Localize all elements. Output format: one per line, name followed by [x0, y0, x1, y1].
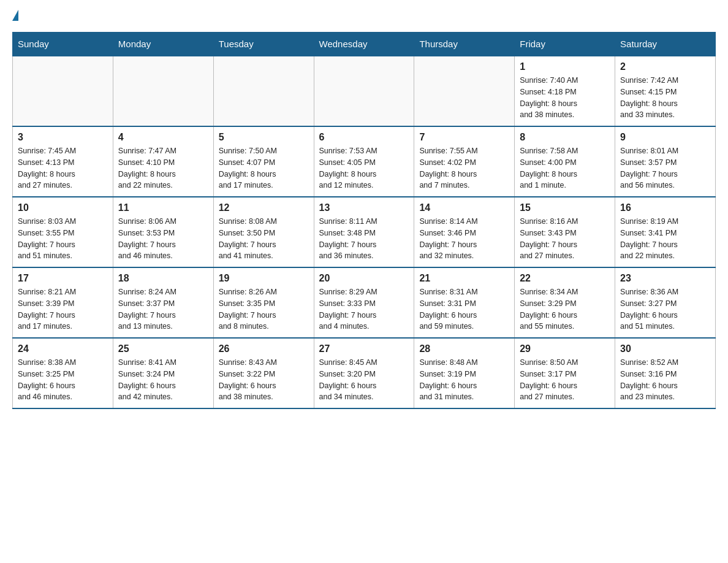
day-info: Sunrise: 7:53 AMSunset: 4:05 PMDaylight:…	[319, 145, 409, 191]
weekday-header-tuesday: Tuesday	[213, 33, 314, 56]
day-info: Sunrise: 8:19 AMSunset: 3:41 PMDaylight:…	[620, 216, 710, 262]
day-cell: 29Sunrise: 8:50 AMSunset: 3:17 PMDayligh…	[515, 338, 615, 408]
day-cell: 25Sunrise: 8:41 AMSunset: 3:24 PMDayligh…	[113, 338, 213, 408]
day-number: 1	[520, 61, 610, 72]
day-info: Sunrise: 8:21 AMSunset: 3:39 PMDaylight:…	[18, 286, 108, 332]
day-info: Sunrise: 8:11 AMSunset: 3:48 PMDaylight:…	[319, 216, 409, 262]
day-cell: 24Sunrise: 8:38 AMSunset: 3:25 PMDayligh…	[13, 338, 113, 408]
day-cell	[314, 56, 414, 126]
weekday-header-sunday: Sunday	[13, 33, 113, 56]
day-cell: 15Sunrise: 8:16 AMSunset: 3:43 PMDayligh…	[515, 197, 615, 267]
day-info: Sunrise: 8:34 AMSunset: 3:29 PMDaylight:…	[520, 286, 610, 332]
day-number: 13	[319, 202, 409, 213]
day-cell: 16Sunrise: 8:19 AMSunset: 3:41 PMDayligh…	[615, 197, 716, 267]
day-info: Sunrise: 8:52 AMSunset: 3:16 PMDaylight:…	[620, 357, 710, 403]
day-info: Sunrise: 8:16 AMSunset: 3:43 PMDaylight:…	[520, 216, 610, 262]
day-info: Sunrise: 8:26 AMSunset: 3:35 PMDaylight:…	[219, 286, 309, 332]
day-number: 26	[219, 343, 309, 354]
day-info: Sunrise: 7:55 AMSunset: 4:02 PMDaylight:…	[419, 145, 509, 191]
day-number: 21	[419, 273, 509, 284]
day-number: 23	[620, 273, 710, 284]
day-number: 27	[319, 343, 409, 354]
day-cell: 6Sunrise: 7:53 AMSunset: 4:05 PMDaylight…	[314, 126, 414, 197]
weekday-header-wednesday: Wednesday	[314, 33, 414, 56]
day-cell: 10Sunrise: 8:03 AMSunset: 3:55 PMDayligh…	[13, 197, 113, 267]
day-number: 22	[520, 273, 610, 284]
day-cell: 19Sunrise: 8:26 AMSunset: 3:35 PMDayligh…	[213, 267, 314, 338]
day-info: Sunrise: 7:42 AMSunset: 4:15 PMDaylight:…	[620, 75, 710, 121]
day-cell: 27Sunrise: 8:45 AMSunset: 3:20 PMDayligh…	[314, 338, 414, 408]
day-cell: 7Sunrise: 7:55 AMSunset: 4:02 PMDaylight…	[414, 126, 515, 197]
day-cell: 13Sunrise: 8:11 AMSunset: 3:48 PMDayligh…	[314, 197, 414, 267]
day-number: 20	[319, 273, 409, 284]
logo	[12, 12, 18, 20]
day-info: Sunrise: 8:24 AMSunset: 3:37 PMDaylight:…	[118, 286, 208, 332]
weekday-header-row: SundayMondayTuesdayWednesdayThursdayFrid…	[13, 33, 716, 56]
day-number: 24	[18, 343, 108, 354]
day-info: Sunrise: 8:01 AMSunset: 3:57 PMDaylight:…	[620, 145, 710, 191]
day-cell: 11Sunrise: 8:06 AMSunset: 3:53 PMDayligh…	[113, 197, 213, 267]
day-number: 2	[620, 61, 710, 72]
day-info: Sunrise: 8:36 AMSunset: 3:27 PMDaylight:…	[620, 286, 710, 332]
week-row-3: 10Sunrise: 8:03 AMSunset: 3:55 PMDayligh…	[13, 197, 716, 267]
day-info: Sunrise: 8:50 AMSunset: 3:17 PMDaylight:…	[520, 357, 610, 403]
day-cell: 22Sunrise: 8:34 AMSunset: 3:29 PMDayligh…	[515, 267, 615, 338]
day-cell: 9Sunrise: 8:01 AMSunset: 3:57 PMDaylight…	[615, 126, 716, 197]
day-info: Sunrise: 7:47 AMSunset: 4:10 PMDaylight:…	[118, 145, 208, 191]
day-number: 12	[219, 202, 309, 213]
day-number: 16	[620, 202, 710, 213]
day-number: 30	[620, 343, 710, 354]
day-info: Sunrise: 8:43 AMSunset: 3:22 PMDaylight:…	[219, 357, 309, 403]
day-number: 3	[18, 132, 108, 143]
day-cell	[113, 56, 213, 126]
day-cell: 3Sunrise: 7:45 AMSunset: 4:13 PMDaylight…	[13, 126, 113, 197]
week-row-2: 3Sunrise: 7:45 AMSunset: 4:13 PMDaylight…	[13, 126, 716, 197]
day-info: Sunrise: 8:41 AMSunset: 3:24 PMDaylight:…	[118, 357, 208, 403]
day-number: 29	[520, 343, 610, 354]
day-info: Sunrise: 8:38 AMSunset: 3:25 PMDaylight:…	[18, 357, 108, 403]
day-info: Sunrise: 7:50 AMSunset: 4:07 PMDaylight:…	[219, 145, 309, 191]
day-cell	[414, 56, 515, 126]
day-info: Sunrise: 8:29 AMSunset: 3:33 PMDaylight:…	[319, 286, 409, 332]
day-number: 18	[118, 273, 208, 284]
day-number: 19	[219, 273, 309, 284]
day-cell: 18Sunrise: 8:24 AMSunset: 3:37 PMDayligh…	[113, 267, 213, 338]
week-row-4: 17Sunrise: 8:21 AMSunset: 3:39 PMDayligh…	[13, 267, 716, 338]
day-info: Sunrise: 8:31 AMSunset: 3:31 PMDaylight:…	[419, 286, 509, 332]
day-info: Sunrise: 7:45 AMSunset: 4:13 PMDaylight:…	[18, 145, 108, 191]
day-number: 28	[419, 343, 509, 354]
day-cell: 4Sunrise: 7:47 AMSunset: 4:10 PMDaylight…	[113, 126, 213, 197]
day-info: Sunrise: 8:48 AMSunset: 3:19 PMDaylight:…	[419, 357, 509, 403]
calendar: SundayMondayTuesdayWednesdayThursdayFrid…	[12, 32, 716, 409]
day-cell: 1Sunrise: 7:40 AMSunset: 4:18 PMDaylight…	[515, 56, 615, 126]
day-cell: 12Sunrise: 8:08 AMSunset: 3:50 PMDayligh…	[213, 197, 314, 267]
week-row-1: 1Sunrise: 7:40 AMSunset: 4:18 PMDaylight…	[13, 56, 716, 126]
day-cell: 20Sunrise: 8:29 AMSunset: 3:33 PMDayligh…	[314, 267, 414, 338]
day-info: Sunrise: 7:58 AMSunset: 4:00 PMDaylight:…	[520, 145, 610, 191]
day-number: 8	[520, 132, 610, 143]
logo-triangle-icon	[12, 10, 18, 21]
day-number: 17	[18, 273, 108, 284]
day-number: 10	[18, 202, 108, 213]
day-cell: 8Sunrise: 7:58 AMSunset: 4:00 PMDaylight…	[515, 126, 615, 197]
day-number: 11	[118, 202, 208, 213]
day-info: Sunrise: 8:08 AMSunset: 3:50 PMDaylight:…	[219, 216, 309, 262]
day-number: 15	[520, 202, 610, 213]
day-number: 4	[118, 132, 208, 143]
day-info: Sunrise: 7:40 AMSunset: 4:18 PMDaylight:…	[520, 75, 610, 121]
day-cell: 17Sunrise: 8:21 AMSunset: 3:39 PMDayligh…	[13, 267, 113, 338]
day-cell: 5Sunrise: 7:50 AMSunset: 4:07 PMDaylight…	[213, 126, 314, 197]
day-info: Sunrise: 8:06 AMSunset: 3:53 PMDaylight:…	[118, 216, 208, 262]
day-info: Sunrise: 8:03 AMSunset: 3:55 PMDaylight:…	[18, 216, 108, 262]
day-number: 25	[118, 343, 208, 354]
day-number: 6	[319, 132, 409, 143]
day-cell: 2Sunrise: 7:42 AMSunset: 4:15 PMDaylight…	[615, 56, 716, 126]
day-cell: 23Sunrise: 8:36 AMSunset: 3:27 PMDayligh…	[615, 267, 716, 338]
day-info: Sunrise: 8:45 AMSunset: 3:20 PMDaylight:…	[319, 357, 409, 403]
weekday-header-monday: Monday	[113, 33, 213, 56]
day-cell: 28Sunrise: 8:48 AMSunset: 3:19 PMDayligh…	[414, 338, 515, 408]
day-cell: 21Sunrise: 8:31 AMSunset: 3:31 PMDayligh…	[414, 267, 515, 338]
weekday-header-saturday: Saturday	[615, 33, 716, 56]
day-info: Sunrise: 8:14 AMSunset: 3:46 PMDaylight:…	[419, 216, 509, 262]
day-cell	[213, 56, 314, 126]
